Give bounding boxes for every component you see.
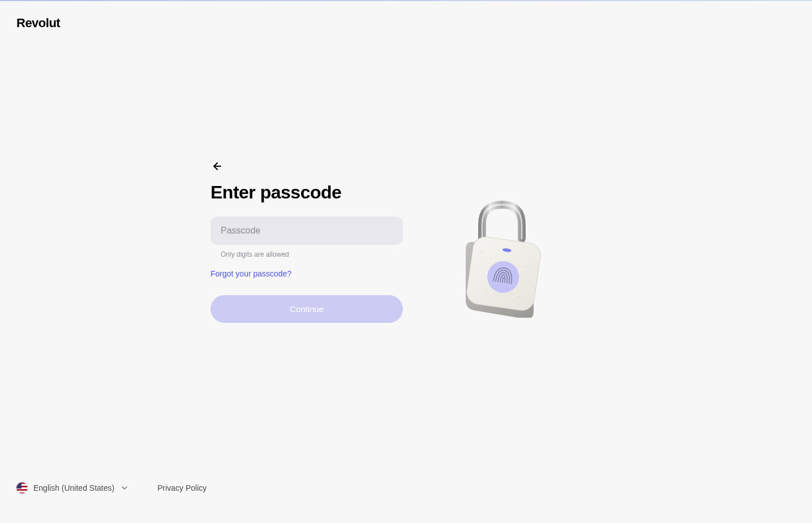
privacy-policy-link[interactable]: Privacy Policy: [157, 483, 207, 492]
us-flag-icon: [16, 482, 28, 494]
passcode-form: Enter passcode Only digits are allowed F…: [210, 159, 403, 323]
page-title: Enter passcode: [210, 182, 403, 203]
brand-logo: Revolut: [16, 16, 60, 31]
fingerprint-lock-icon: [448, 193, 550, 318]
back-button[interactable]: [210, 159, 224, 173]
forgot-passcode-link[interactable]: Forgot your passcode?: [210, 269, 291, 278]
lock-illustration: [448, 193, 561, 306]
passcode-input[interactable]: [221, 226, 393, 236]
chevron-down-icon: [120, 483, 129, 492]
input-hint: Only digits are allowed: [221, 250, 403, 258]
continue-button[interactable]: Continue: [210, 295, 403, 323]
language-selector[interactable]: English (United States): [16, 482, 129, 494]
arrow-left-icon: [212, 161, 223, 172]
main-content: Enter passcode Only digits are allowed F…: [210, 159, 607, 323]
passcode-input-wrapper: [210, 217, 403, 245]
language-label: English (United States): [33, 483, 114, 492]
footer: English (United States) Privacy Policy: [16, 482, 207, 494]
top-accent-border: [0, 0, 812, 1]
